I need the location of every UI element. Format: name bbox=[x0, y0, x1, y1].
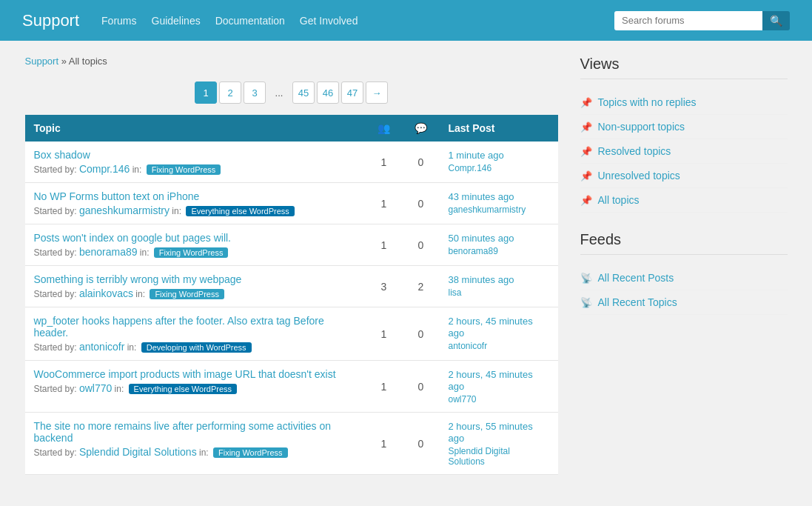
table-row: Box shadow Started by: Compr.146 in: Fix… bbox=[25, 142, 558, 183]
pagination-dots: ... bbox=[268, 81, 290, 104]
search-button[interactable]: 🔍 bbox=[762, 11, 790, 30]
lastpost-author-4[interactable]: antonicofr bbox=[449, 341, 488, 351]
topic-author-0[interactable]: Compr.146 bbox=[79, 163, 130, 175]
topic-forum-4[interactable]: Developing with WordPress bbox=[141, 342, 252, 353]
page-1[interactable]: 1 bbox=[195, 81, 217, 104]
lastpost-author-5[interactable]: owl770 bbox=[449, 394, 477, 405]
lastpost-time-3[interactable]: 38 minutes ago bbox=[449, 274, 514, 285]
nav-documentation[interactable]: Documentation bbox=[215, 15, 285, 27]
topic-author-1[interactable]: ganeshkumarmistry bbox=[79, 204, 170, 216]
search-input[interactable] bbox=[614, 11, 762, 30]
nav-guidelines[interactable]: Guidelines bbox=[152, 15, 201, 27]
rss-icon-1: 📡 bbox=[580, 297, 592, 308]
posts-icon: 💬 bbox=[415, 122, 427, 134]
page-45[interactable]: 45 bbox=[292, 81, 315, 104]
topic-author-2[interactable]: benorama89 bbox=[79, 246, 138, 258]
table-row: The site no more remains live after perf… bbox=[25, 413, 558, 475]
topic-forum-1[interactable]: Everything else WordPress bbox=[186, 206, 294, 216]
lastpost-author-0[interactable]: Compr.146 bbox=[449, 163, 492, 173]
nav-forums[interactable]: Forums bbox=[101, 15, 136, 27]
voices-icon: 👥 bbox=[378, 122, 390, 134]
pin-icon-4: 📌 bbox=[580, 195, 592, 206]
topic-meta-6: Started by: Splendid Digital Solutions i… bbox=[34, 446, 357, 458]
col-header-voices: 👥 bbox=[366, 115, 403, 142]
lastpost-cell-1: 43 minutes ago ganeshkumarmistry bbox=[440, 183, 558, 224]
page-3[interactable]: 3 bbox=[244, 81, 266, 104]
lastpost-time-4[interactable]: 2 hours, 45 minutes ago bbox=[449, 316, 533, 339]
search-area: 🔍 bbox=[614, 11, 790, 30]
topic-cell-6: The site no more remains live after perf… bbox=[25, 413, 366, 475]
lastpost-author-1[interactable]: ganeshkumarmistry bbox=[449, 204, 526, 215]
breadcrumb-separator: » bbox=[58, 56, 69, 67]
table-row: Posts won't index on google but pages wi… bbox=[25, 224, 558, 266]
feeds-section: Feeds 📡All Recent Posts📡All Recent Topic… bbox=[580, 231, 788, 315]
lastpost-cell-2: 50 minutes ago benorama89 bbox=[440, 224, 558, 266]
topic-author-5[interactable]: owl770 bbox=[79, 382, 112, 394]
posts-cell-3: 2 bbox=[403, 266, 440, 307]
topic-forum-5[interactable]: Everything else WordPress bbox=[129, 384, 237, 394]
topic-meta-0: Started by: Compr.146 in: Fixing WordPre… bbox=[34, 163, 357, 175]
topic-forum-3[interactable]: Fixing WordPress bbox=[150, 289, 224, 299]
voices-cell-5: 1 bbox=[366, 361, 403, 413]
views-link-4[interactable]: All topics bbox=[598, 194, 640, 206]
lastpost-time-0[interactable]: 1 minute ago bbox=[449, 150, 504, 161]
views-list-item: 📌Unresolved topics bbox=[580, 164, 788, 188]
topic-link-1[interactable]: No WP Forms button text on iPhone bbox=[34, 190, 200, 202]
topic-forum-6[interactable]: Fixing WordPress bbox=[213, 447, 288, 458]
col-header-topic: Topic bbox=[25, 115, 366, 142]
page-2[interactable]: 2 bbox=[219, 81, 241, 104]
topic-meta-3: Started by: alainkovacs in: Fixing WordP… bbox=[34, 287, 357, 299]
lastpost-time-1[interactable]: 43 minutes ago bbox=[449, 191, 514, 202]
table-row: Something is terribly wrong with my webp… bbox=[25, 266, 558, 307]
topic-link-3[interactable]: Something is terribly wrong with my webp… bbox=[34, 273, 242, 285]
views-link-3[interactable]: Unresolved topics bbox=[598, 170, 680, 182]
topic-forum-2[interactable]: Fixing WordPress bbox=[154, 247, 229, 258]
pin-icon-3: 📌 bbox=[580, 170, 592, 182]
topic-meta-2: Started by: benorama89 in: Fixing WordPr… bbox=[34, 246, 357, 258]
lastpost-author-6[interactable]: Splendid Digital Solutions bbox=[449, 446, 510, 467]
site-title[interactable]: Support bbox=[22, 11, 79, 30]
lastpost-time-6[interactable]: 2 hours, 55 minutes ago bbox=[449, 421, 533, 444]
views-link-2[interactable]: Resolved topics bbox=[598, 145, 671, 157]
main-content: Support » All topics 1 2 3 ... 45 46 47 … bbox=[25, 56, 558, 475]
lastpost-author-2[interactable]: benorama89 bbox=[449, 246, 498, 256]
table-row: wp_footer hooks happens after the footer… bbox=[25, 307, 558, 361]
lastpost-cell-6: 2 hours, 55 minutes ago Splendid Digital… bbox=[440, 413, 558, 475]
topic-forum-0[interactable]: Fixing WordPress bbox=[147, 164, 221, 175]
topic-link-6[interactable]: The site no more remains live after perf… bbox=[34, 420, 332, 444]
pagination-next[interactable]: → bbox=[366, 81, 388, 104]
voices-cell-0: 1 bbox=[366, 142, 403, 183]
topic-link-0[interactable]: Box shadow bbox=[34, 149, 90, 161]
lastpost-author-3[interactable]: lisa bbox=[449, 287, 462, 298]
topic-author-4[interactable]: antonicofr bbox=[79, 341, 124, 353]
rss-icon-0: 📡 bbox=[580, 273, 592, 284]
lastpost-cell-0: 1 minute ago Compr.146 bbox=[440, 142, 558, 183]
nav-get-involved[interactable]: Get Involved bbox=[300, 15, 358, 27]
posts-cell-0: 0 bbox=[403, 142, 440, 183]
col-header-posts: 💬 bbox=[403, 115, 440, 142]
lastpost-cell-4: 2 hours, 45 minutes ago antonicofr bbox=[440, 307, 558, 361]
feeds-list-item: 📡All Recent Topics bbox=[580, 290, 788, 315]
page-46[interactable]: 46 bbox=[317, 81, 339, 104]
pin-icon-0: 📌 bbox=[580, 97, 592, 108]
page-47[interactable]: 47 bbox=[341, 81, 363, 104]
views-link-0[interactable]: Topics with no replies bbox=[598, 96, 697, 108]
posts-cell-2: 0 bbox=[403, 224, 440, 266]
lastpost-time-2[interactable]: 50 minutes ago bbox=[449, 233, 514, 244]
breadcrumb-parent[interactable]: Support bbox=[25, 56, 59, 67]
posts-cell-6: 0 bbox=[403, 413, 440, 475]
pin-icon-1: 📌 bbox=[580, 121, 592, 133]
views-list: 📌Topics with no replies📌Non-support topi… bbox=[580, 90, 788, 213]
topic-author-3[interactable]: alainkovacs bbox=[79, 287, 133, 299]
lastpost-time-5[interactable]: 2 hours, 45 minutes ago bbox=[449, 369, 533, 392]
topic-link-2[interactable]: Posts won't index on google but pages wi… bbox=[34, 232, 232, 244]
topic-author-6[interactable]: Splendid Digital Solutions bbox=[79, 446, 197, 458]
topic-link-4[interactable]: wp_footer hooks happens after the footer… bbox=[34, 315, 324, 339]
views-link-1[interactable]: Non-support topics bbox=[598, 121, 685, 133]
breadcrumb-current: All topics bbox=[69, 56, 107, 67]
feeds-link-1[interactable]: All Recent Topics bbox=[598, 296, 677, 308]
main-nav: Forums Guidelines Documentation Get Invo… bbox=[101, 15, 592, 27]
table-header-row: Topic 👥 💬 Last Post bbox=[25, 115, 558, 142]
feeds-link-0[interactable]: All Recent Posts bbox=[598, 272, 674, 284]
topic-link-5[interactable]: WooCommerce import products with image U… bbox=[34, 368, 336, 380]
